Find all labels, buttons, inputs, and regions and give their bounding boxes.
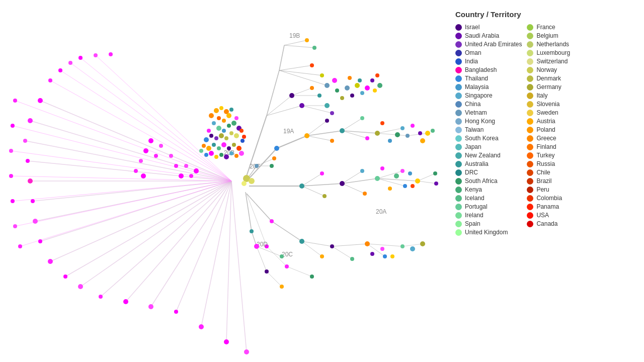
legend-item: India	[455, 58, 522, 65]
svg-point-47	[224, 339, 229, 344]
svg-point-158	[340, 181, 345, 186]
legend-item: Kenya	[455, 186, 522, 193]
clade-label-19b: 19B	[289, 32, 300, 39]
legend-item: Luxembourg	[527, 49, 570, 56]
svg-point-193	[285, 264, 289, 268]
svg-point-168	[388, 187, 392, 191]
legend-item: New Zealand	[455, 152, 522, 159]
svg-point-226	[229, 108, 233, 112]
svg-point-205	[250, 229, 254, 233]
legend-item: Poland	[527, 126, 570, 133]
legend-dot	[455, 24, 462, 31]
legend-dot	[527, 24, 533, 31]
svg-point-100	[332, 78, 337, 83]
legend-label: Japan	[465, 143, 481, 150]
legend-item: Australia	[455, 160, 522, 167]
legend-label: Italy	[536, 92, 547, 99]
svg-point-162	[400, 169, 405, 173]
svg-point-61	[109, 52, 113, 56]
legend-item: Russia	[527, 160, 570, 167]
legend-dot	[455, 110, 462, 116]
legend-label: Switzerland	[536, 58, 568, 65]
svg-point-91	[310, 63, 314, 67]
svg-point-135	[425, 131, 430, 136]
svg-point-39	[48, 259, 53, 264]
svg-point-189	[365, 241, 370, 246]
legend-item: Finland	[527, 143, 570, 150]
legend-item: Colombia	[527, 195, 570, 202]
svg-point-63	[159, 144, 163, 148]
svg-point-190	[383, 254, 387, 258]
legend-label: Sweden	[536, 109, 558, 116]
svg-point-167	[380, 166, 384, 170]
svg-point-261	[239, 151, 244, 156]
svg-point-257	[219, 153, 223, 157]
legend-label: Panama	[536, 203, 559, 210]
svg-point-242	[242, 135, 246, 139]
svg-point-55	[9, 174, 13, 178]
legend-label: United Arab Emirates	[465, 41, 522, 48]
legend-dot	[455, 161, 462, 167]
svg-point-57	[13, 224, 17, 228]
legend-label: USA	[536, 212, 549, 219]
legend-dot	[455, 169, 462, 176]
legend-item: Slovenia	[527, 101, 570, 108]
svg-point-52	[13, 99, 17, 103]
svg-point-68	[141, 173, 146, 178]
svg-point-217	[249, 178, 255, 184]
legend-dot	[527, 67, 533, 73]
legend-label: Brazil	[536, 177, 551, 185]
svg-point-126	[304, 133, 309, 138]
legend-item: Oman	[455, 49, 522, 56]
svg-point-218	[242, 181, 247, 186]
svg-point-139	[411, 124, 415, 128]
legend-item: Bangladesh	[455, 66, 522, 73]
svg-point-238	[224, 136, 228, 140]
svg-point-140	[418, 131, 422, 135]
svg-point-54	[9, 149, 13, 153]
legend-item: DRC	[455, 169, 522, 176]
legend-label: Portugal	[465, 203, 488, 210]
legend-dot	[527, 41, 533, 48]
svg-point-188	[350, 257, 354, 261]
legend-label: Malaysia	[465, 83, 489, 90]
svg-point-92	[320, 73, 324, 77]
svg-point-196	[380, 247, 384, 251]
legend-label: Canada	[536, 220, 557, 227]
svg-point-51	[68, 61, 72, 65]
svg-point-165	[433, 171, 437, 175]
legend-dot	[527, 212, 533, 219]
svg-point-258	[224, 154, 229, 159]
svg-point-227	[212, 121, 216, 125]
svg-point-225	[226, 113, 231, 118]
svg-point-56	[11, 199, 15, 203]
svg-point-192	[420, 241, 425, 246]
legend-label: Singapore	[465, 92, 493, 99]
legend-item: Switzerland	[527, 58, 570, 65]
svg-point-108	[358, 78, 362, 82]
legend-dot	[455, 101, 462, 108]
svg-point-136	[380, 121, 384, 125]
svg-point-60	[94, 53, 98, 57]
svg-point-255	[209, 151, 214, 156]
svg-point-134	[406, 134, 410, 138]
legend-label: Austria	[536, 118, 555, 125]
legend-dot	[527, 84, 533, 90]
svg-point-44	[148, 304, 153, 309]
svg-point-169	[394, 173, 399, 178]
svg-point-32	[28, 118, 33, 123]
svg-point-256	[214, 155, 218, 159]
svg-point-248	[217, 146, 221, 150]
legend-label: Taiwan	[465, 126, 484, 133]
svg-point-194	[310, 275, 314, 279]
legend-dot	[455, 152, 462, 159]
svg-point-133	[400, 126, 405, 130]
svg-point-38	[38, 239, 42, 243]
legend-item: Turkey	[527, 152, 570, 159]
legend-item: Spain	[455, 220, 522, 227]
legend-dot	[527, 204, 533, 210]
svg-point-155	[299, 184, 304, 189]
legend-item: United Arab Emirates	[455, 41, 522, 48]
legend-item: Peru	[527, 186, 570, 193]
legend-dot	[455, 204, 462, 210]
